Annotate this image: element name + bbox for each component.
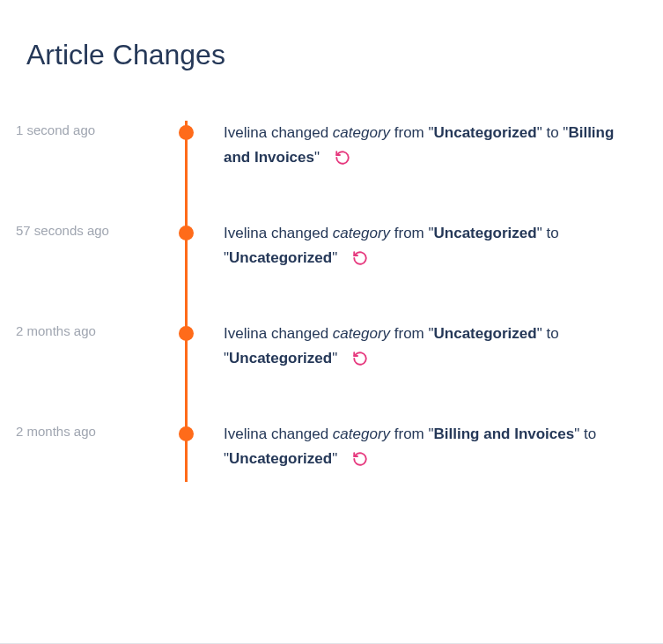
change-from-value: Billing and Invoices	[434, 426, 575, 442]
change-user: Ivelina	[224, 124, 267, 141]
to-word: to	[546, 225, 558, 241]
timeline-content: Ivelina changed category from "Uncategor…	[224, 121, 620, 170]
timeline-dot	[179, 125, 194, 140]
timeline-timestamp: 2 months ago	[16, 323, 148, 338]
timeline-timestamp: 1 second ago	[16, 122, 148, 137]
timeline-content: Ivelina changed category from "Uncategor…	[224, 221, 620, 270]
change-field: category	[333, 225, 390, 241]
change-verb: changed	[271, 124, 328, 141]
timeline: 1 second ago Ivelina changed category fr…	[166, 121, 637, 482]
from-word: from	[394, 124, 424, 141]
undo-icon[interactable]	[335, 150, 350, 166]
timeline-dot	[179, 226, 194, 241]
change-to-value: Uncategorized	[229, 249, 332, 266]
timeline-timestamp: 2 months ago	[16, 424, 148, 439]
change-from-value: Uncategorized	[434, 325, 537, 342]
change-from-value: Uncategorized	[434, 225, 537, 241]
change-user: Ivelina	[224, 225, 267, 241]
change-field: category	[333, 124, 390, 141]
change-user: Ivelina	[224, 426, 267, 442]
change-to-value: Uncategorized	[229, 450, 332, 467]
timeline-dot	[179, 426, 194, 441]
timeline-item: 57 seconds ago Ivelina changed category …	[166, 221, 637, 281]
change-user: Ivelina	[224, 325, 267, 342]
from-word: from	[394, 225, 424, 241]
change-field: category	[333, 325, 390, 342]
change-verb: changed	[271, 225, 328, 241]
timeline-item: 2 months ago Ivelina changed category fr…	[166, 422, 637, 482]
from-word: from	[394, 426, 424, 442]
to-word: to	[546, 124, 558, 141]
undo-icon[interactable]	[352, 451, 368, 467]
timeline-timestamp: 57 seconds ago	[16, 223, 148, 238]
undo-icon[interactable]	[352, 250, 368, 266]
timeline-item: 2 months ago Ivelina changed category fr…	[166, 322, 637, 381]
change-verb: changed	[271, 325, 328, 342]
to-word: to	[584, 426, 596, 442]
timeline-content: Ivelina changed category from "Billing a…	[224, 422, 620, 471]
change-field: category	[333, 426, 390, 442]
change-verb: changed	[271, 426, 328, 442]
to-word: to	[546, 325, 558, 342]
from-word: from	[394, 325, 424, 342]
change-from-value: Uncategorized	[434, 124, 537, 141]
timeline-item: 1 second ago Ivelina changed category fr…	[166, 121, 637, 181]
page-title: Article Changes	[26, 39, 637, 71]
undo-icon[interactable]	[352, 351, 368, 366]
change-to-value: Uncategorized	[229, 350, 332, 366]
timeline-content: Ivelina changed category from "Uncategor…	[224, 322, 620, 371]
timeline-dot	[179, 326, 194, 341]
